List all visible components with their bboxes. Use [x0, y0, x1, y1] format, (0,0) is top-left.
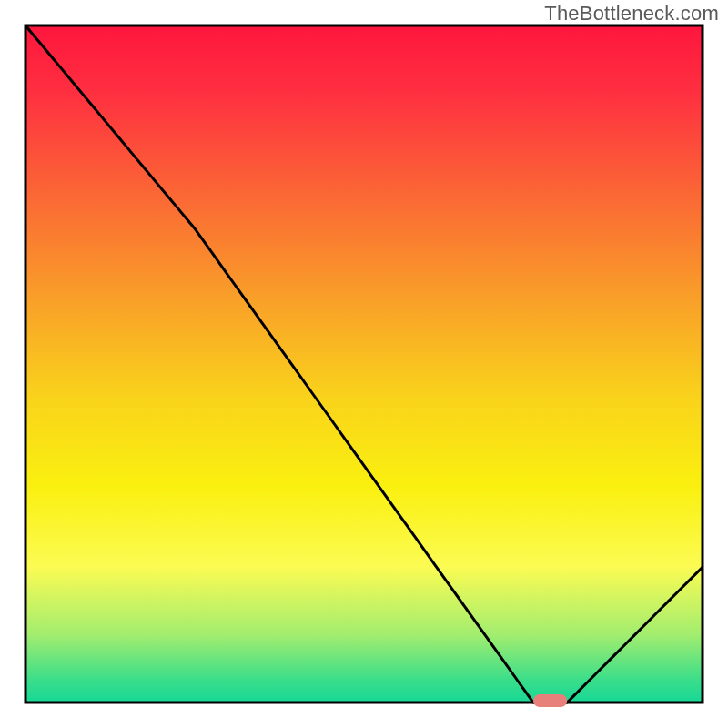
- gradient-background: [25, 25, 703, 703]
- chart-frame: TheBottleneck.com: [0, 0, 728, 728]
- bottleneck-chart: [0, 0, 728, 728]
- optimal-marker: [533, 694, 567, 707]
